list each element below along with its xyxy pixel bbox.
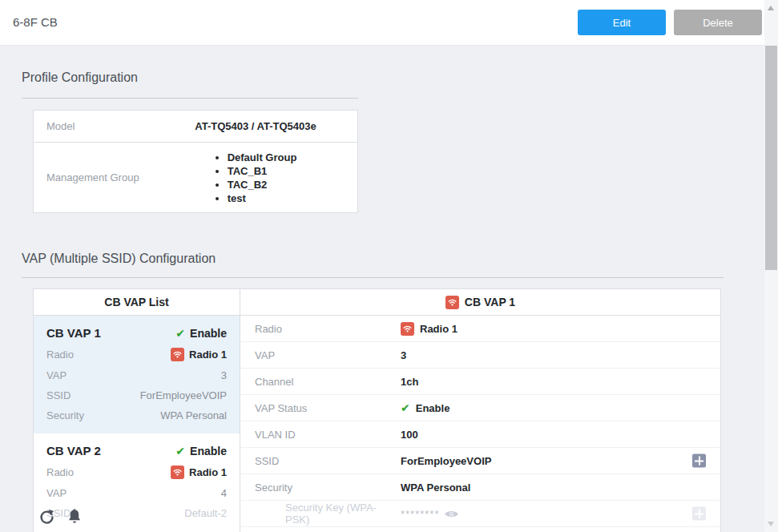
detail-value: ✔ Enable bbox=[401, 401, 449, 414]
vap-value: 4 bbox=[221, 487, 227, 499]
notification-bell-icon[interactable] bbox=[67, 509, 82, 526]
vap-status-badge: ✔ Enable bbox=[175, 327, 227, 340]
detail-row-vap-status: VAP Status ✔ Enable bbox=[240, 395, 720, 421]
vap-detail-title: CB VAP 1 bbox=[465, 296, 515, 308]
check-icon: ✔ bbox=[175, 445, 185, 457]
detail-value-text: Radio 1 bbox=[420, 323, 458, 335]
vap-status-text: Enable bbox=[190, 445, 227, 457]
edit-button[interactable]: Edit bbox=[578, 10, 666, 35]
management-group-item: TAC_B1 bbox=[228, 165, 297, 177]
ssid-label: SSID bbox=[46, 389, 71, 401]
wifi-icon bbox=[401, 322, 414, 336]
show-password-eye-icon[interactable] bbox=[444, 509, 459, 519]
scroll-down-arrow-icon[interactable] bbox=[768, 522, 774, 526]
ssid-value: Default-2 bbox=[184, 507, 227, 519]
vap-list-header: CB VAP List bbox=[34, 289, 240, 316]
vap-status-badge: ✔ Enable bbox=[175, 445, 227, 457]
add-security-key-button[interactable] bbox=[692, 507, 706, 521]
vap-value: 3 bbox=[221, 369, 227, 381]
vap-list-item-cb-vap-1[interactable]: CB VAP 1 ✔ Enable Radio Radio 1 VAP 3 bbox=[34, 316, 240, 433]
radio-value: Radio 1 bbox=[171, 466, 227, 479]
check-icon: ✔ bbox=[401, 401, 410, 414]
vap-detail-header: CB VAP 1 bbox=[240, 289, 720, 316]
detail-label: VAP bbox=[240, 349, 401, 361]
check-icon: ✔ bbox=[175, 327, 185, 340]
vap-item-name: CB VAP 1 bbox=[46, 326, 101, 340]
detail-row-security-key: Security Key (WPA-PSK) ******** bbox=[240, 501, 720, 527]
list-item-row: Security WPA Personal bbox=[46, 409, 227, 421]
vap-label: VAP bbox=[46, 369, 67, 381]
profile-detail-page: 6-8F CB Edit Delete Profile Configuratio… bbox=[0, 0, 778, 532]
security-value: WPA Personal bbox=[160, 409, 227, 421]
management-group-label: Management Group bbox=[34, 143, 154, 212]
footer-toolbar bbox=[38, 509, 82, 526]
management-group-item: test bbox=[228, 192, 297, 204]
scrollbar-thumb[interactable] bbox=[765, 46, 777, 270]
wifi-icon bbox=[171, 348, 184, 361]
wifi-icon bbox=[171, 466, 184, 479]
detail-row-security: Security WPA Personal bbox=[240, 474, 720, 501]
detail-row-ssid: SSID ForEmployeeVOIP bbox=[240, 448, 720, 474]
model-value: AT-TQ5403 / AT-TQ5403e bbox=[154, 111, 357, 142]
detail-label: Channel bbox=[240, 376, 401, 388]
vap-list: CB VAP List CB VAP 1 ✔ Enable Radio Radi… bbox=[34, 289, 240, 532]
detail-row-channel: Channel 1ch bbox=[240, 369, 720, 395]
radio-value-text: Radio 1 bbox=[189, 466, 227, 478]
model-label: Model bbox=[34, 111, 154, 142]
detail-value: 100 bbox=[401, 429, 418, 441]
detail-label: VLAN ID bbox=[240, 429, 401, 441]
detail-label: VAP Status bbox=[240, 402, 401, 414]
detail-value: 1ch bbox=[401, 376, 418, 388]
detail-value: ForEmployeeVOIP bbox=[401, 455, 491, 467]
radio-value-text: Radio 1 bbox=[189, 349, 227, 361]
add-ssid-button[interactable] bbox=[692, 454, 706, 468]
model-row: Model AT-TQ5403 / AT-TQ5403e bbox=[34, 111, 357, 143]
wifi-icon bbox=[445, 296, 459, 309]
detail-label: Radio bbox=[240, 323, 401, 335]
detail-label: Security bbox=[240, 482, 401, 494]
vap-configuration-heading: VAP (Multiple SSID) Configuration bbox=[22, 252, 724, 278]
detail-label: SSID bbox=[240, 455, 401, 467]
radio-label: Radio bbox=[46, 466, 74, 478]
list-item-row: Radio Radio 1 bbox=[46, 466, 227, 479]
list-item-row: SSID ForEmployeeVOIP bbox=[46, 389, 227, 401]
radio-label: Radio bbox=[46, 349, 74, 361]
management-group-item: Default Group bbox=[228, 151, 297, 163]
vap-detail-panel: CB VAP 1 Radio Radio 1 VAP 3 Channel 1ch… bbox=[240, 289, 720, 532]
management-group-value: Default Group TAC_B1 TAC_B2 test bbox=[154, 143, 357, 212]
security-label: Security bbox=[46, 409, 84, 421]
management-group-row: Management Group Default Group TAC_B1 TA… bbox=[34, 143, 357, 212]
profile-configuration-heading: Profile Configuration bbox=[22, 71, 358, 99]
scroll-up-arrow-icon[interactable] bbox=[768, 6, 774, 10]
vap-item-name: CB VAP 2 bbox=[46, 444, 101, 457]
detail-row-vap: VAP 3 bbox=[240, 342, 720, 369]
detail-row-vlan-id: VLAN ID 100 bbox=[240, 421, 720, 448]
vap-table: CB VAP List CB VAP 1 ✔ Enable Radio Radi… bbox=[33, 288, 721, 532]
list-item-row: VAP 4 bbox=[46, 487, 227, 499]
detail-value-text: Enable bbox=[416, 402, 450, 414]
page-title: 6-8F CB bbox=[13, 0, 58, 45]
vap-item-title-row: CB VAP 2 ✔ Enable bbox=[46, 444, 227, 457]
delete-button[interactable]: Delete bbox=[674, 10, 762, 35]
security-key-value: ******** bbox=[401, 508, 439, 520]
profile-card: Model AT-TQ5403 / AT-TQ5403e Management … bbox=[33, 110, 358, 213]
radio-value: Radio 1 bbox=[171, 348, 227, 361]
management-group-list: Default Group TAC_B1 TAC_B2 test bbox=[215, 150, 297, 206]
vertical-scrollbar[interactable] bbox=[764, 0, 778, 532]
ssid-value: ForEmployeeVOIP bbox=[140, 389, 227, 401]
vap-status-text: Enable bbox=[190, 327, 227, 340]
vap-item-title-row: CB VAP 1 ✔ Enable bbox=[46, 326, 227, 340]
detail-value: Radio 1 bbox=[401, 322, 458, 336]
detail-value: 3 bbox=[401, 349, 406, 361]
top-bar: 6-8F CB Edit Delete bbox=[0, 0, 764, 46]
detail-label: Security Key (WPA-PSK) bbox=[240, 502, 401, 526]
vap-label: VAP bbox=[46, 487, 67, 499]
refresh-icon[interactable] bbox=[38, 509, 55, 526]
detail-row-radio: Radio Radio 1 bbox=[240, 316, 720, 342]
list-item-row: VAP 3 bbox=[46, 369, 227, 381]
list-item-row: Radio Radio 1 bbox=[46, 348, 227, 361]
management-group-item: TAC_B2 bbox=[228, 179, 297, 191]
detail-value: WPA Personal bbox=[401, 482, 470, 494]
